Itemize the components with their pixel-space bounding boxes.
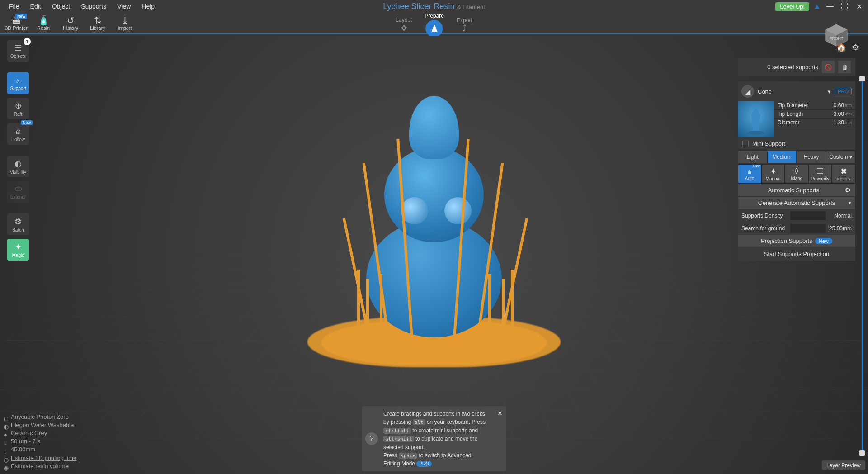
selected-supports-text: 0 selected supports	[742, 64, 818, 71]
support-shape-select[interactable]: Cone	[758, 88, 824, 95]
manual-label: Manual	[766, 176, 781, 181]
home-icon[interactable]: 🏠	[836, 43, 846, 52]
menu-object[interactable]: Object	[47, 1, 75, 12]
tab-export[interactable]: Export ⤴	[453, 15, 476, 35]
island-label: Island	[791, 176, 803, 181]
tip-box: ? ✕ Create bracings and supports in two …	[362, 406, 506, 471]
layer-preview-button[interactable]: Layer Preview	[822, 460, 865, 470]
visibility-icon: ◐	[14, 159, 22, 169]
search-ground-slider[interactable]	[790, 224, 826, 233]
delete-icon[interactable]: 🗑	[838, 61, 851, 73]
menu-edit[interactable]: Edit	[25, 1, 47, 12]
viewport-3d[interactable]: 1 ☰ Objects ₼ Support ⊕ Raft New ⌀ Hollo…	[0, 36, 868, 474]
tip-length-value[interactable]: 3.00	[834, 111, 844, 117]
automatic-supports-title: Automatic Supports	[742, 187, 845, 194]
sidebar-objects[interactable]: 1 ☰ Objects	[7, 40, 29, 62]
tab-prepare[interactable]: Prepare ♟	[421, 11, 448, 39]
tip-diameter-value[interactable]: 0.60	[834, 102, 844, 109]
sidebar-visibility[interactable]: ◐ Visibility	[7, 156, 29, 177]
app-title-sub: & Filament	[457, 4, 485, 10]
menu-view[interactable]: View	[112, 1, 136, 12]
size-heavy[interactable]: Heavy	[797, 151, 826, 163]
sidebar-magic[interactable]: ✦ Magic	[7, 239, 29, 261]
size-medium[interactable]: Medium	[767, 151, 797, 163]
auto-settings-gear-icon[interactable]: ⚙	[845, 186, 851, 194]
search-ground-value[interactable]: 25.00	[829, 225, 843, 232]
layer-handle-bottom[interactable]	[859, 450, 865, 456]
start-projection-button[interactable]: Start Supports Projection	[738, 247, 855, 261]
export-icon: ⤴	[462, 24, 467, 33]
sidebar-raft[interactable]: ⊕ Raft	[7, 98, 29, 119]
history-button[interactable]: ↺ History	[58, 15, 83, 31]
library-button[interactable]: ⇅ Library	[85, 15, 110, 31]
estimate-resin-link[interactable]: Estimate resin volume	[11, 462, 69, 470]
level-up-button[interactable]: Level Up!	[775, 2, 809, 11]
projection-new-badge: New	[815, 238, 832, 244]
height-bullet-icon: ↕	[4, 448, 8, 452]
diameter-label: Diameter	[778, 119, 834, 126]
info-resin: Elegoo Water Washable	[11, 421, 74, 429]
search-ground-label: Search for ground	[741, 225, 787, 232]
sidebar-batch[interactable]: ⚙ Batch	[7, 213, 29, 235]
mode-auto[interactable]: New ₼ Auto	[738, 164, 761, 184]
diameter-value[interactable]: 1.30	[834, 119, 844, 126]
chevron-down-icon[interactable]: ▾	[849, 200, 851, 206]
svg-point-3	[748, 131, 764, 135]
mode-manual[interactable]: ✦ Manual	[761, 164, 785, 184]
tab-layout[interactable]: Layout ✥	[392, 15, 415, 35]
maximize-button[interactable]: ⛶	[839, 1, 850, 12]
cone-shape-icon: ◢	[741, 85, 754, 98]
printer-button[interactable]: New 🖶 3D Printer	[4, 15, 29, 31]
objects-count-badge: 1	[24, 38, 31, 45]
sidebar-hollow[interactable]: New ⌀ Hollow	[7, 123, 29, 145]
sidebar-support[interactable]: ₼ Support	[7, 72, 29, 94]
printer-bullet-icon: ◻	[4, 415, 8, 419]
exterior-icon: ⬭	[15, 184, 22, 194]
layer-slider[interactable]	[859, 76, 865, 456]
resin-label: Resin	[37, 25, 50, 31]
gear-icon[interactable]: ⚙	[852, 43, 859, 52]
magic-icon: ✦	[15, 242, 22, 252]
mode-proximity[interactable]: ☰ Proximity	[808, 164, 832, 184]
tip-diameter-label: Tip Diameter	[778, 102, 834, 109]
mode-utilities[interactable]: ✖ utilities	[832, 164, 855, 184]
menu-file[interactable]: File	[4, 1, 25, 12]
import-button[interactable]: ⤓ Import	[112, 15, 137, 31]
layer-handle-top[interactable]	[859, 76, 865, 81]
prepare-icon: ♟	[426, 20, 443, 37]
chevron-down-icon[interactable]: ▾	[828, 88, 831, 95]
generate-supports-button[interactable]: Generate Automatic Supports ▾	[738, 196, 855, 209]
raft-icon: ⊕	[15, 101, 22, 111]
estimate-time-link[interactable]: Estimate 3D printing time	[11, 454, 76, 462]
tip-pro-badge: PRO	[416, 461, 432, 467]
size-light[interactable]: Light	[738, 151, 767, 163]
support-thumbnail	[738, 101, 774, 137]
magic-label: Magic	[12, 253, 24, 258]
warning-icon[interactable]: ▲	[813, 2, 821, 11]
hollow-label: Hollow	[11, 137, 25, 142]
kbd-space: space	[399, 453, 417, 459]
kbd-alt-shift: alt+shift	[383, 436, 414, 442]
size-custom[interactable]: Custom ▾	[826, 151, 855, 163]
density-slider[interactable]	[790, 211, 826, 220]
new-badge-hollow: New	[21, 120, 33, 125]
tip-close-icon[interactable]: ✕	[497, 409, 503, 418]
info-height: 45.00mm	[11, 446, 35, 454]
help-icon[interactable]: ?	[365, 432, 378, 445]
mini-support-checkbox[interactable]	[742, 141, 749, 147]
minimize-button[interactable]: —	[825, 1, 835, 12]
menu-supports[interactable]: Supports	[75, 1, 112, 12]
color-bullet-icon: ●	[4, 431, 8, 436]
mode-island[interactable]: ◊ Island	[785, 164, 808, 184]
app-title: Lychee Slicer Resin & Filament	[383, 2, 485, 11]
hide-icon[interactable]: 🚫	[822, 61, 835, 73]
menu-help[interactable]: Help	[136, 1, 160, 12]
sidebar-exterior: ⬭ Exterior	[7, 181, 29, 203]
history-icon: ↺	[67, 15, 75, 25]
close-button[interactable]: ✕	[854, 1, 864, 12]
tab-prepare-label: Prepare	[425, 13, 444, 19]
auto-new-badge: New	[753, 164, 760, 168]
batch-label: Batch	[12, 228, 24, 232]
resin-button[interactable]: 🧴 Resin	[31, 15, 56, 31]
manual-icon: ✦	[770, 166, 777, 176]
